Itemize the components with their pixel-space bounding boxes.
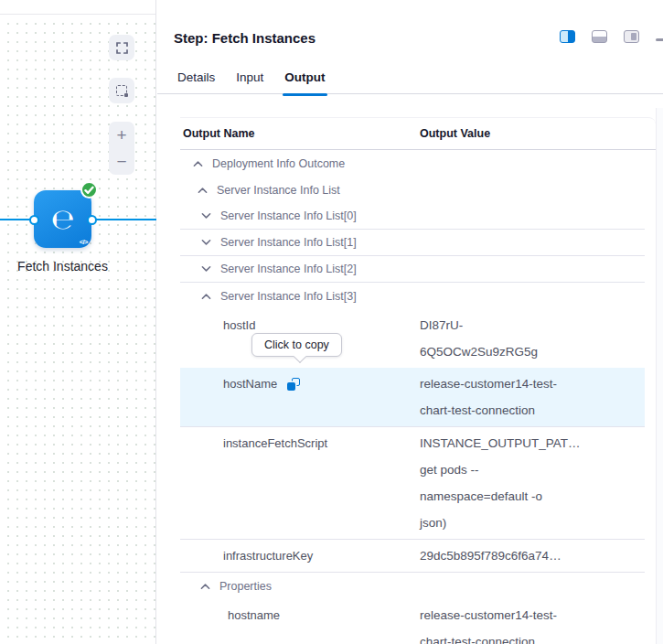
output-key-label: instanceFetchScript (223, 430, 327, 456)
canvas-fit-view-button[interactable] (109, 35, 134, 60)
group-label: Server Instance Info List[3] (220, 290, 357, 303)
step-node-fetch-instances[interactable]: ℮ </> (34, 190, 91, 248)
panel-tabs: Details Input Output (157, 69, 663, 94)
chevron-down-icon (201, 239, 211, 246)
output-key-label: hostname (228, 602, 280, 628)
node-output-port[interactable] (87, 215, 97, 225)
output-row-instance-fetch-script: instanceFetchScript INSTANCE_OUTPUT_PAT…… (180, 427, 645, 540)
output-value: INSTANCE_OUTPUT_PAT… get pods -- namespa… (420, 430, 607, 536)
column-header-output-name: Output Name (180, 127, 420, 140)
marquee-select-icon (116, 85, 127, 96)
layout-split-vertical-icon[interactable] (560, 30, 575, 43)
canvas-zoom-controls: + − (109, 122, 134, 175)
layout-right-panel-icon[interactable] (624, 30, 639, 43)
output-row-host-name[interactable]: hostName release-customer14-test- chart-… (180, 368, 645, 427)
output-row-server-instance-info-list[interactable]: Server Instance Info List (180, 177, 656, 203)
output-key-label: hostName (223, 370, 300, 397)
column-header-output-value: Output Value (420, 127, 490, 140)
output-row-list-1[interactable]: Server Instance Info List[1] (180, 230, 645, 256)
output-value: DI87rU- 6Q5OCw2Su9zRG5g (420, 312, 607, 365)
canvas-top-strip (0, 0, 155, 15)
chevron-up-icon (201, 293, 211, 300)
group-label: Server Instance Info List[1] (220, 236, 357, 249)
copy-icon[interactable] (287, 378, 300, 391)
output-row-properties[interactable]: Properties (180, 573, 656, 599)
output-row-list-0[interactable]: Server Instance Info List[0] (180, 203, 645, 230)
group-label: Server Instance Info List[2] (220, 263, 357, 275)
output-value: release-customer14-test- chart-test-conn… (420, 370, 607, 424)
success-check-badge (80, 181, 98, 199)
click-to-copy-tooltip: Click to copy (251, 333, 342, 357)
zoom-out-button[interactable]: − (109, 148, 134, 175)
checkmark-icon (84, 186, 94, 195)
canvas-marquee-select-button[interactable] (109, 78, 134, 103)
chevron-down-icon (201, 212, 211, 220)
output-key-label: hostId (223, 312, 255, 338)
node-label: Fetch Instances (0, 259, 125, 274)
scrollbar-track[interactable] (656, 108, 663, 644)
tab-details[interactable]: Details (176, 69, 216, 93)
chevron-up-icon (200, 583, 210, 590)
zoom-in-button[interactable]: + (109, 122, 134, 148)
chevron-up-icon (193, 160, 203, 167)
panel-title: Step: Fetch Instances (174, 30, 315, 46)
output-row-list-2[interactable]: Server Instance Info List[2] (180, 256, 645, 283)
chevron-down-icon (201, 265, 211, 273)
minimize-icon[interactable] (656, 38, 663, 41)
group-label: Properties (219, 580, 272, 593)
output-row-list-3[interactable]: Server Instance Info List[3] (180, 283, 656, 309)
output-key-label: infrastructureKey (223, 542, 313, 569)
node-input-port[interactable] (29, 215, 39, 225)
output-value: release-customer14-test- chart-test-conn… (420, 602, 607, 644)
pipeline-canvas[interactable]: + − ℮ </> Fetch Instances (0, 0, 156, 644)
step-details-panel: Step: Fetch Instances Details Input Outp… (157, 0, 663, 644)
output-row-hostname: hostname release-customer14-test- chart-… (180, 599, 656, 644)
group-label: Server Instance Info List (217, 184, 340, 197)
chevron-up-icon (198, 187, 208, 194)
tab-input[interactable]: Input (235, 69, 264, 93)
fullscreen-icon (116, 42, 128, 54)
tab-output[interactable]: Output (283, 69, 326, 93)
output-value: 29dc5b895f789c6f6a74… (420, 542, 607, 569)
output-row-infrastructure-key: infrastructureKey 29dc5b895f789c6f6a74… (180, 540, 645, 573)
canvas-dot-grid (0, 16, 155, 644)
tooltip-text: Click to copy (264, 338, 329, 351)
panel-layout-controls (560, 30, 663, 43)
group-label: Deployment Info Outcome (212, 157, 345, 170)
output-table: Output Name Output Value Deployment Info… (180, 117, 656, 644)
output-row-deployment-info-outcome[interactable]: Deployment Info Outcome (180, 150, 656, 177)
code-icon: </> (80, 238, 88, 246)
group-label: Server Instance Info List[0] (220, 209, 357, 222)
output-table-header: Output Name Output Value (180, 118, 656, 150)
layout-split-horizontal-icon[interactable] (592, 30, 607, 43)
